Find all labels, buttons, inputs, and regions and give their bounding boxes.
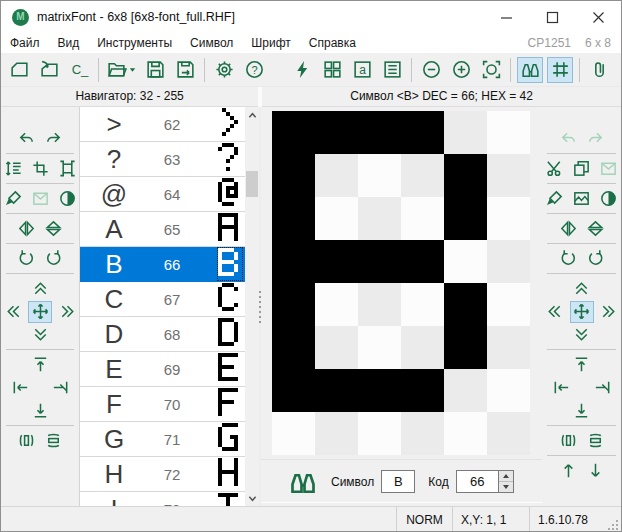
snap-left-button[interactable] — [8, 377, 32, 399]
pixel-cell[interactable] — [487, 240, 530, 283]
center-horizontal-button[interactable] — [556, 430, 580, 452]
shift-up-button[interactable] — [570, 278, 594, 300]
character-row-69[interactable]: E69 — [80, 352, 245, 387]
pixel-cell[interactable] — [444, 197, 487, 240]
symbol-input[interactable] — [381, 470, 415, 493]
pixel-cell[interactable] — [272, 412, 315, 455]
canvas-size-button[interactable] — [55, 158, 79, 180]
pixel-cell[interactable] — [444, 240, 487, 283]
image-import-button[interactable] — [570, 188, 594, 210]
pixel-cell[interactable] — [401, 412, 444, 455]
pixel-cell[interactable] — [444, 326, 487, 369]
close-button[interactable] — [575, 1, 621, 33]
move-button[interactable] — [28, 301, 52, 323]
code-input[interactable] — [456, 470, 498, 493]
snap-top-button[interactable] — [570, 354, 594, 376]
new-font-button[interactable] — [6, 57, 32, 83]
pixel-cell[interactable] — [315, 154, 358, 197]
pixel-cell[interactable] — [272, 111, 315, 154]
pixel-cell[interactable] — [315, 369, 358, 412]
resize-grip[interactable] — [609, 507, 621, 532]
code-view-button[interactable] — [379, 57, 405, 83]
import-font-button[interactable] — [36, 57, 62, 83]
pixel-cell[interactable] — [401, 369, 444, 412]
shift-down-button[interactable] — [570, 324, 594, 346]
pixel-cell[interactable] — [315, 240, 358, 283]
pixel-cell[interactable] — [358, 197, 401, 240]
pixel-cell[interactable] — [487, 111, 530, 154]
pixel-cell[interactable] — [272, 197, 315, 240]
character-row-64[interactable]: @64 — [80, 177, 245, 212]
flip-vertical-button[interactable] — [583, 218, 607, 240]
char-map-button[interactable] — [319, 57, 345, 83]
help-button[interactable]: ? — [241, 57, 267, 83]
pixel-cell[interactable] — [487, 412, 530, 455]
zoom-in-button[interactable] — [448, 57, 474, 83]
pixel-cell[interactable] — [358, 240, 401, 283]
shift-left-button[interactable] — [1, 301, 25, 323]
scrollbar-track[interactable] — [245, 123, 259, 490]
open-button[interactable] — [105, 57, 138, 83]
pixel-cell[interactable] — [401, 326, 444, 369]
menu-item-font[interactable]: Шрифт — [242, 34, 299, 52]
pixel-cell[interactable] — [444, 283, 487, 326]
character-row-72[interactable]: H72 — [80, 457, 245, 492]
pixel-cell[interactable] — [487, 283, 530, 326]
character-row-70[interactable]: F70 — [80, 387, 245, 422]
menu-item-tools[interactable]: Инструменты — [88, 34, 181, 52]
undo-button[interactable] — [15, 128, 39, 150]
pixel-cell[interactable] — [401, 197, 444, 240]
pixel-cell[interactable] — [444, 412, 487, 455]
center-horizontal-button[interactable] — [15, 430, 39, 452]
pixel-cell[interactable] — [358, 283, 401, 326]
center-vertical-button[interactable] — [42, 430, 66, 452]
save-as-button[interactable] — [172, 57, 198, 83]
pixel-cell[interactable] — [358, 154, 401, 197]
pixel-cell[interactable] — [315, 326, 358, 369]
snap-right-button[interactable] — [48, 377, 72, 399]
pixel-cell[interactable] — [315, 412, 358, 455]
pixel-cell[interactable] — [272, 369, 315, 412]
rotate-right-button[interactable] — [42, 248, 66, 270]
pixel-cell[interactable] — [401, 240, 444, 283]
pixel-cell[interactable] — [487, 197, 530, 240]
maximize-button[interactable] — [529, 1, 575, 33]
pixel-cell[interactable] — [358, 111, 401, 154]
rotate-left-button[interactable] — [556, 248, 580, 270]
pixel-cell[interactable] — [358, 412, 401, 455]
next-char-button[interactable] — [583, 460, 607, 482]
shift-right-button[interactable] — [597, 301, 621, 323]
pixel-cell[interactable] — [444, 369, 487, 412]
pixel-cell[interactable] — [487, 326, 530, 369]
pixel-cell[interactable] — [401, 111, 444, 154]
character-row-65[interactable]: A65 — [80, 212, 245, 247]
shift-left-button[interactable] — [543, 301, 567, 323]
pixel-grid[interactable] — [272, 111, 530, 455]
copy-button[interactable] — [570, 158, 594, 180]
generate-button[interactable] — [289, 57, 315, 83]
pixel-cell[interactable] — [358, 326, 401, 369]
save-button[interactable] — [142, 57, 168, 83]
prev-char-button[interactable] — [556, 460, 580, 482]
preview-text-button[interactable]: a — [349, 57, 375, 83]
brush-button[interactable] — [543, 188, 567, 210]
pixel-cell[interactable] — [315, 111, 358, 154]
menu-item-file[interactable]: Файл — [1, 34, 49, 52]
scroll-up-button[interactable] — [245, 107, 259, 123]
scroll-down-button[interactable] — [245, 490, 259, 506]
code-decrement-button[interactable] — [499, 482, 513, 492]
character-row-71[interactable]: G71 — [80, 422, 245, 457]
crop-button[interactable] — [28, 158, 52, 180]
system-font-button[interactable]: C_ — [66, 57, 92, 83]
snap-right-button[interactable] — [590, 377, 614, 399]
character-row-66[interactable]: B66 — [80, 247, 245, 282]
code-increment-button[interactable] — [499, 471, 513, 482]
character-row-63[interactable]: ?63 — [80, 142, 245, 177]
rotate-right-button[interactable] — [583, 248, 607, 270]
character-row-68[interactable]: D68 — [80, 317, 245, 352]
cut-button[interactable] — [543, 158, 567, 180]
pixel-cell[interactable] — [401, 283, 444, 326]
menu-item-help[interactable]: Справка — [300, 34, 365, 52]
flip-horizontal-button[interactable] — [556, 218, 580, 240]
pixel-cell[interactable] — [487, 154, 530, 197]
